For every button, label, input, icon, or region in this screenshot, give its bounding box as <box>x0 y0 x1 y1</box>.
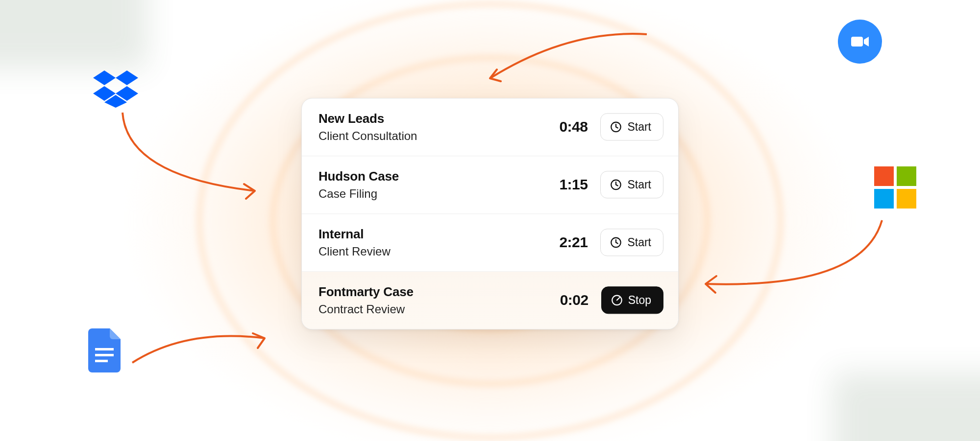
entry-title: Hudson Case <box>318 169 539 184</box>
svg-rect-7 <box>95 354 114 356</box>
entry-subtitle: Client Consultation <box>318 129 539 143</box>
arrow-decoration <box>127 324 274 382</box>
timer-row-active: Fontmarty Case Contract Review 0:02 Stop <box>302 272 678 329</box>
stop-button[interactable]: Stop <box>601 286 663 314</box>
decorative-corner <box>833 372 980 441</box>
timer-info: Hudson Case Case Filing <box>318 169 539 201</box>
start-button[interactable]: Start <box>600 229 663 256</box>
timer-info: Internal Client Review <box>318 227 539 258</box>
arrow-decoration <box>108 108 270 206</box>
timer-row: New Leads Client Consultation 0:48 Start <box>302 98 678 156</box>
svg-rect-6 <box>95 348 114 350</box>
clock-icon <box>610 236 622 249</box>
clock-icon <box>610 120 622 133</box>
arrow-decoration <box>686 215 892 313</box>
entry-subtitle: Contract Review <box>318 302 539 316</box>
stopwatch-icon <box>611 294 623 306</box>
timer-row: Hudson Case Case Filing 1:15 Start <box>302 156 678 214</box>
button-label: Start <box>627 120 651 134</box>
svg-rect-9 <box>874 166 894 186</box>
timer-info: Fontmarty Case Contract Review <box>318 284 539 316</box>
google-docs-icon <box>88 328 122 372</box>
svg-marker-2 <box>116 70 138 85</box>
entry-title: Internal <box>318 227 539 242</box>
decorative-corner <box>0 0 147 69</box>
svg-marker-1 <box>93 70 116 85</box>
entry-time: 0:02 <box>549 292 588 308</box>
timer-info: New Leads Client Consultation <box>318 111 539 143</box>
entry-title: Fontmarty Case <box>318 284 539 300</box>
button-label: Start <box>627 236 651 249</box>
svg-rect-0 <box>851 37 863 46</box>
button-label: Stop <box>628 294 651 307</box>
entry-subtitle: Client Review <box>318 245 539 258</box>
timer-card: New Leads Client Consultation 0:48 Start… <box>301 98 679 329</box>
dropbox-icon <box>93 69 139 108</box>
svg-rect-8 <box>95 360 108 362</box>
clock-icon <box>610 178 622 191</box>
entry-time: 0:48 <box>548 118 588 135</box>
entry-title: New Leads <box>318 111 539 126</box>
start-button[interactable]: Start <box>600 113 663 140</box>
button-label: Start <box>627 178 651 191</box>
zoom-icon <box>838 20 882 64</box>
svg-rect-12 <box>897 189 916 209</box>
microsoft-icon <box>874 166 916 209</box>
start-button[interactable]: Start <box>600 171 663 198</box>
svg-rect-11 <box>874 189 894 209</box>
entry-subtitle: Case Filing <box>318 187 539 201</box>
svg-rect-10 <box>897 166 916 186</box>
entry-time: 2:21 <box>548 234 588 251</box>
arrow-decoration <box>470 24 666 93</box>
entry-time: 1:15 <box>548 176 588 193</box>
timer-row: Internal Client Review 2:21 Start <box>302 214 678 272</box>
